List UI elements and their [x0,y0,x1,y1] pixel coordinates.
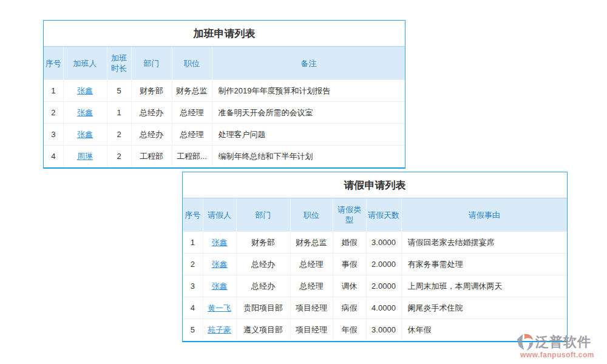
column-header-person: 加班人 [63,47,107,80]
table-row: 1张鑫财务部财务总监婚假3.0000请假回老家去结婚摆宴席 [183,232,567,254]
cell-department: 财务部 [236,232,290,254]
cell-position: 财务总监 [290,232,333,254]
table-row: 2张鑫1总经办总经理准备明天开会所需的会议室 [44,102,405,124]
cell-duration: 5 [107,80,131,102]
column-header-remark: 备注 [212,47,405,80]
table-row: 1张鑫5财务部财务总监制作2019年年度预算和计划报告 [44,80,405,102]
table-row: 2张鑫总经办总经理事假2.0000有家务事需处理 [183,254,567,275]
column-header-index: 序号 [183,198,203,232]
cell-position: 财务总监 [172,80,212,102]
cell-index: 2 [183,254,203,275]
cell-department: 财务部 [131,80,172,102]
cell-reason: 请假回老家去结婚摆宴席 [401,232,567,254]
cell-person: 苑子豪 [203,319,236,341]
cell-position: 总经理 [290,254,333,275]
brand-name: 泛普软件 [535,334,591,350]
cell-department: 总经办 [236,275,290,297]
cell-remark: 处理客户问题 [212,124,405,146]
column-header-index: 序号 [44,47,63,80]
cell-person: 张鑫 [203,232,236,254]
fanpu-watermark: 泛普软件 www.fanpusoft.com [515,332,600,359]
cell-reason: 上周末加班，本周调休两天 [401,275,567,297]
column-header-days: 请假天数 [366,198,401,232]
cell-index: 5 [183,319,203,341]
table-row: 4黄一飞贵阳项目部项目经理病假4.0000阑尾炎手术住院 [183,297,567,319]
leave-table-header: 序号请假人部门职位请假类型请假天数请假事由 [183,198,567,232]
cell-duration: 2 [107,124,131,146]
overtime-table-header: 序号加班人加班时长部门职位备注 [44,47,405,80]
column-header-person: 请假人 [203,198,236,232]
person-link[interactable]: 张鑫 [212,238,228,247]
cell-position: 项目经理 [290,319,333,341]
fanpu-logo-icon [515,332,535,352]
column-header-position: 职位 [290,198,333,232]
cell-index: 3 [183,275,203,297]
cell-person: 周琳 [63,146,107,167]
cell-days: 4.0000 [366,297,401,319]
cell-days: 2.0000 [366,275,401,297]
cell-reason: 有家务事需处理 [401,254,567,275]
table-row: 4周琳2工程部工程部...编制年终总结和下半年计划 [44,146,405,167]
cell-department: 总经办 [131,102,172,124]
cell-remark: 制作2019年年度预算和计划报告 [212,80,405,102]
cell-person: 张鑫 [63,80,107,102]
column-header-type: 请假类型 [333,198,366,232]
cell-remark: 准备明天开会所需的会议室 [212,102,405,124]
brand-url: www.fanpusoft.com [515,351,600,359]
person-link[interactable]: 张鑫 [77,86,93,95]
person-link[interactable]: 张鑫 [77,108,93,117]
overtime-table: 序号加班人加班时长部门职位备注 1张鑫5财务部财务总监制作2019年年度预算和计… [44,47,405,167]
leave-table-body: 1张鑫财务部财务总监婚假3.0000请假回老家去结婚摆宴席2张鑫总经办总经理事假… [183,232,567,341]
cell-person: 张鑫 [63,124,107,146]
cell-type: 婚假 [333,232,366,254]
cell-department: 总经办 [131,124,172,146]
cell-person: 张鑫 [203,254,236,275]
table-row: 5苑子豪遵义项目部项目经理年假3.0000休年假 [183,319,567,341]
person-link[interactable]: 苑子豪 [208,325,231,334]
cell-index: 2 [44,102,63,124]
cell-duration: 1 [107,102,131,124]
column-header-department: 部门 [131,47,172,80]
cell-person: 黄一飞 [203,297,236,319]
column-header-department: 部门 [236,198,290,232]
person-link[interactable]: 张鑫 [77,130,93,139]
cell-position: 项目经理 [290,297,333,319]
table-row: 3张鑫2总经办总经理处理客户问题 [44,124,405,146]
cell-reason: 阑尾炎手术住院 [401,297,567,319]
cell-duration: 2 [107,146,131,167]
cell-index: 3 [44,124,63,146]
person-link[interactable]: 周琳 [77,152,93,161]
cell-days: 3.0000 [366,319,401,341]
person-link[interactable]: 张鑫 [212,260,228,269]
cell-days: 3.0000 [366,232,401,254]
cell-type: 事假 [333,254,366,275]
cell-person: 张鑫 [63,102,107,124]
column-header-reason: 请假事由 [401,198,567,232]
cell-department: 贵阳项目部 [236,297,290,319]
leave-application-card: 请假申请列表 序号请假人部门职位请假类型请假天数请假事由 1张鑫财务部财务总监婚… [182,172,568,342]
cell-department: 总经办 [236,254,290,275]
cell-index: 1 [44,80,63,102]
cell-position: 总经理 [290,275,333,297]
cell-type: 病假 [333,297,366,319]
column-header-duration: 加班时长 [107,47,131,80]
cell-remark: 编制年终总结和下半年计划 [212,146,405,167]
overtime-table-title: 加班申请列表 [44,21,405,47]
table-row: 3张鑫总经办总经理调休2.0000上周末加班，本周调休两天 [183,275,567,297]
cell-index: 4 [183,297,203,319]
person-link[interactable]: 张鑫 [212,281,228,291]
cell-position: 工程部... [172,146,212,167]
cell-department: 工程部 [131,146,172,167]
person-link[interactable]: 黄一飞 [208,303,231,312]
cell-type: 调休 [333,275,366,297]
column-header-position: 职位 [172,47,212,80]
cell-department: 遵义项目部 [236,319,290,341]
overtime-table-body: 1张鑫5财务部财务总监制作2019年年度预算和计划报告2张鑫1总经办总经理准备明… [44,80,405,167]
cell-days: 2.0000 [366,254,401,275]
leave-table-title: 请假申请列表 [183,172,567,198]
cell-index: 4 [44,146,63,167]
cell-position: 总经理 [172,102,212,124]
cell-index: 1 [183,232,203,254]
leave-table: 序号请假人部门职位请假类型请假天数请假事由 1张鑫财务部财务总监婚假3.0000… [183,198,567,341]
overtime-application-card: 加班申请列表 序号加班人加班时长部门职位备注 1张鑫5财务部财务总监制作2019… [43,20,405,169]
